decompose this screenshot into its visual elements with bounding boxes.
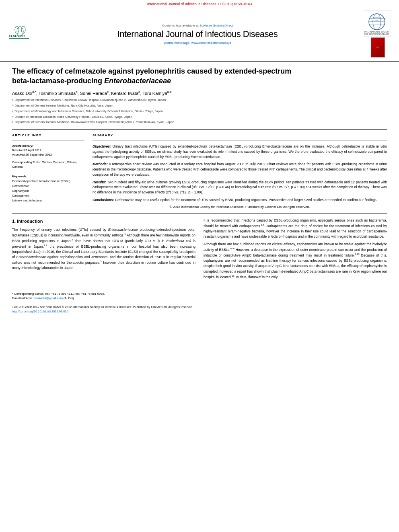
footnote-email: E-mail address: asakodoi@gmail.com (A. D… bbox=[12, 296, 387, 300]
summary-col: SUMMARY Objectives: Urinary tract infect… bbox=[93, 134, 387, 209]
elsevier-branding: ELSEVIER bbox=[8, 25, 32, 43]
affil-b: b Department of General Internal Medicin… bbox=[12, 103, 387, 109]
keyword-4: Carbapenem bbox=[12, 193, 84, 198]
objectives-para: Objectives: Urinary tract infections (UT… bbox=[93, 144, 387, 159]
intro-para2: It is recommended that infections caused… bbox=[204, 218, 387, 240]
conclusions-text: Cefmetazole may be a useful option for t… bbox=[115, 198, 377, 202]
isid-globe-icon: INTERNATIONAL SOCIETY FOR INFECTIOUS DIS… bbox=[363, 10, 391, 37]
journal-header: ELSEVIER Contents lists available at Sci… bbox=[0, 7, 399, 62]
methods-label: Methods: bbox=[93, 162, 108, 166]
objectives-text: Urinary tract infections (UTIs) caused b… bbox=[93, 144, 387, 159]
affil-c: c Department of Microbiology and Infecti… bbox=[12, 109, 387, 115]
header-body-separator bbox=[12, 129, 387, 130]
results-text: Two hundred and fifty-six urine cultures… bbox=[93, 180, 387, 195]
svg-text:FOR INFECTIOUS DISEASES: FOR INFECTIOUS DISEASES bbox=[364, 33, 389, 35]
isid-logos: INTERNATIONAL SOCIETY FOR INFECTIOUS DIS… bbox=[363, 10, 391, 58]
article-info-summary: ARTICLE INFO Article history: Received 3… bbox=[12, 134, 387, 209]
svg-text:INTERNATIONAL SOCIETY: INTERNATIONAL SOCIETY bbox=[364, 31, 390, 33]
introduction-heading: 1. Introduction bbox=[12, 218, 195, 225]
received-date: Received 3 April 2012 bbox=[12, 148, 84, 153]
author5-sup: a,e bbox=[167, 90, 172, 94]
accepted-date: Accepted 26 September 2012 bbox=[12, 153, 84, 157]
summary-heading: SUMMARY bbox=[93, 134, 387, 137]
author1-sup: a,* bbox=[32, 90, 36, 94]
affil-a: a Department of Infectious Diseases, Rak… bbox=[12, 98, 387, 103]
intro-para1: The frequency of urinary tract infection… bbox=[12, 227, 195, 271]
methods-para: Methods: A retrospective chart review wa… bbox=[93, 162, 387, 177]
conclusions-para: Conclusions: Cefmetazole may be a useful… bbox=[93, 197, 387, 203]
footnote-email-link[interactable]: asakodoi@gmail.com bbox=[34, 296, 63, 300]
results-label: Results: bbox=[93, 180, 106, 184]
article-title-italic: Enterobacteriaceae bbox=[104, 77, 171, 85]
journal-header-center: Contents lists available at SciVerse Sci… bbox=[32, 24, 363, 45]
history-label: Article history: bbox=[12, 144, 84, 148]
footnote-section: * Corresponding author. Tel.: +81 75 593… bbox=[12, 289, 387, 314]
elsevier-logo: ELSEVIER bbox=[8, 25, 32, 43]
conclusions-label: Conclusions: bbox=[93, 198, 114, 202]
article-title: The efficacy of cefmetazole against pyel… bbox=[12, 66, 387, 86]
body-separator bbox=[12, 214, 387, 214]
journal-homepage: journal homepage: www.elsevier.com/locat… bbox=[32, 41, 363, 45]
editor-info: Corresponding Editor: William Cameron, O… bbox=[12, 160, 84, 169]
article-info-heading: ARTICLE INFO bbox=[12, 134, 84, 137]
affil-e: e Department of General Internal Medicin… bbox=[12, 120, 387, 125]
footnote-corresponding: * Corresponding author. Tel.: +81 75 593… bbox=[12, 292, 387, 296]
info-separator bbox=[12, 140, 84, 141]
keywords-label: Keywords: bbox=[12, 175, 84, 178]
keyword-5: Urinary tract infections bbox=[12, 198, 84, 203]
journal-top-bar: International Journal of Infectious Dise… bbox=[0, 0, 399, 7]
sciverse-link[interactable]: SciVerse ScienceDirect bbox=[200, 24, 233, 27]
keyword-2: Cefmetazole bbox=[12, 184, 84, 189]
issn-line: 1201-9712/$36.00 – see front matter © 20… bbox=[12, 305, 387, 309]
affil-d: d Division of Infectious Diseases, Kobe … bbox=[12, 115, 387, 120]
copyright-line: © 2012 International Society for Infecti… bbox=[93, 205, 387, 209]
summary-separator bbox=[93, 140, 387, 141]
main-content: The efficacy of cefmetazole against pyel… bbox=[0, 62, 399, 322]
authors-line: Asako Doia,*, Toshihiko Shimadab, Sohei … bbox=[12, 90, 387, 96]
keyword-3: Cephamycin bbox=[12, 189, 84, 193]
methods-text: A retrospective chart review was conduct… bbox=[93, 162, 387, 177]
journal-citation: International Journal of Infectious Dise… bbox=[147, 2, 252, 6]
body-col-left: 1. Introduction The frequency of urinary… bbox=[12, 218, 195, 282]
ijid-cover-icon: IJID bbox=[371, 37, 385, 58]
affiliations: a Department of Infectious Diseases, Rak… bbox=[12, 98, 387, 125]
article-info-col: ARTICLE INFO Article history: Received 3… bbox=[12, 134, 84, 209]
journal-title: International Journal of Infectious Dise… bbox=[32, 29, 363, 39]
svg-rect-2 bbox=[9, 38, 29, 39]
objectives-label: Objectives: bbox=[93, 144, 111, 148]
doi-link[interactable]: http://dx.doi.org/10.1016/j.ijid.2012.09… bbox=[12, 309, 387, 314]
contents-line: Contents lists available at SciVerse Sci… bbox=[32, 24, 363, 27]
results-para: Results: Two hundred and fifty-six urine… bbox=[93, 180, 387, 195]
keyword-1: Extended-spectrum beta-lactamase (ESBL) bbox=[12, 179, 84, 184]
body-text: 1. Introduction The frequency of urinary… bbox=[12, 218, 387, 282]
body-col-right: It is recommended that infections caused… bbox=[204, 218, 387, 282]
intro-para3: Although there are few published reports… bbox=[204, 242, 387, 280]
